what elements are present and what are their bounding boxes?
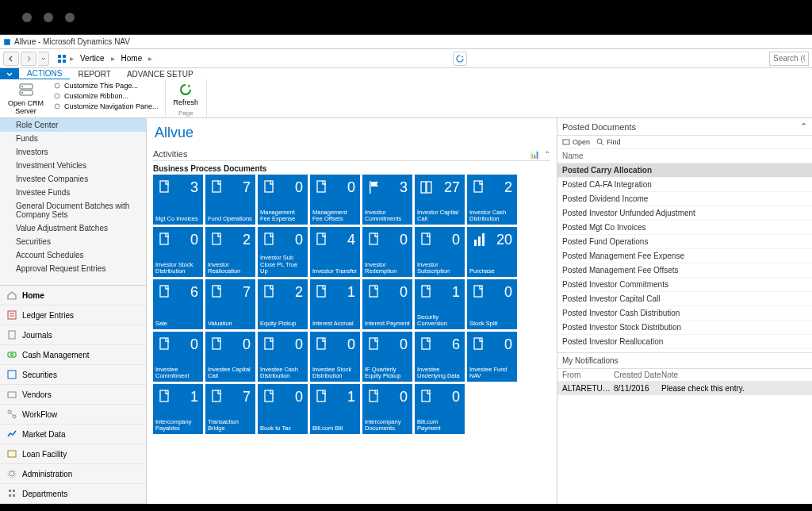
sidebar-nav-journals[interactable]: Journals	[0, 325, 146, 345]
tile-investor-subscription[interactable]: 0Investor Subscription	[415, 227, 465, 277]
posted-doc-row[interactable]: Posted Investor Commitments	[557, 278, 812, 292]
tile-investor-transfer[interactable]: 4Investor Transfer	[310, 227, 360, 277]
collapse-icon[interactable]: ⌃	[544, 150, 550, 159]
tile-interest-payment[interactable]: 0Interest Payment	[362, 279, 412, 329]
posted-doc-row[interactable]: Posted Dividend Income	[557, 192, 812, 206]
tile-investee-stock-distribution[interactable]: 0Investee Stock Distribution	[310, 332, 360, 382]
posted-doc-row[interactable]: Posted Investor Capital Call	[557, 292, 812, 306]
notification-row[interactable]: ALTARETURN\MV... 8/11/2016 Please check …	[557, 382, 812, 395]
posted-doc-row[interactable]: Posted Investor Cash Distribution	[557, 306, 812, 321]
posted-doc-row[interactable]: Posted Carry Allocation	[557, 163, 812, 178]
tile-investor-sub-close-pl-true-up[interactable]: 0Investor Sub Close PL True Up	[258, 227, 308, 277]
tile-valuation[interactable]: 7Valuation	[205, 279, 255, 329]
sidebar-item[interactable]: Funds	[0, 132, 146, 145]
sidebar-nav-cash-management[interactable]: Cash Management	[0, 345, 146, 365]
sidebar-nav-home[interactable]: Home	[0, 286, 146, 305]
tile-investor-commitments[interactable]: 3Investor Commitments	[362, 175, 412, 225]
tile-investor-redemption[interactable]: 0Investor Redemption	[362, 227, 412, 277]
sidebar-item[interactable]: Investors	[0, 145, 146, 159]
posted-doc-row[interactable]: Posted Investor Reallocation	[557, 335, 812, 349]
sidebar-item[interactable]: Value Adjustment Batches	[0, 221, 146, 235]
find-button[interactable]: Find	[596, 138, 621, 146]
doc-icon	[210, 389, 224, 406]
tile-investee-capital-call[interactable]: 0Investee Capital Call	[205, 332, 255, 382]
tab-advance-setup[interactable]: ADVANCE SETUP	[119, 68, 201, 79]
posted-doc-row[interactable]: Posted Management Fee Expense	[557, 249, 812, 263]
sidebar-item[interactable]: Role Center	[0, 118, 146, 132]
sidebar-item[interactable]: Investee Companies	[0, 172, 146, 186]
sidebar-nav-administration[interactable]: Administration	[0, 464, 146, 484]
tile-intercompany-documents[interactable]: 0Intercompany Documents	[362, 384, 412, 434]
tile-book-to-tax[interactable]: 0Book to Tax	[258, 384, 308, 434]
sidebar-item[interactable]: Account Schedules	[0, 248, 146, 262]
macos-dot[interactable]	[65, 13, 75, 22]
posted-docs-list[interactable]: Posted Carry AllocationPosted CA-FA Inte…	[557, 163, 812, 352]
macos-dot[interactable]	[44, 13, 53, 22]
find-icon	[596, 138, 604, 146]
sidebar-item[interactable]: Securities	[0, 235, 146, 248]
tile-if-quarterly-equity-pickup[interactable]: 0IF Quarterly Equity Pickup	[362, 332, 412, 382]
sidebar-item[interactable]: General Document Batches with Company Se…	[0, 199, 146, 221]
collapse-icon[interactable]: ⌃	[800, 121, 807, 132]
macos-dot[interactable]	[22, 13, 32, 22]
tile-investor-stock-distribution[interactable]: 0Investor Stock Distribution	[153, 227, 203, 277]
sidebar-nav-ledger-entries[interactable]: Ledger Entries	[0, 305, 146, 325]
posted-doc-row[interactable]: Posted Investor Unfunded Adjustment	[557, 206, 812, 221]
breadcrumb-home[interactable]: Home	[118, 52, 146, 64]
tile-investee-cash-distribution[interactable]: 0Investee Cash Distribution	[258, 332, 308, 382]
breadcrumb-vertice[interactable]: Vertice	[77, 52, 108, 64]
back-button[interactable]	[3, 52, 19, 66]
sidebar-nav-departments[interactable]: Departments	[0, 484, 146, 504]
file-tab[interactable]	[0, 68, 19, 79]
tile-mgt-co-invoices[interactable]: 3Mgt Co Invoices	[153, 175, 203, 225]
tile-purchase[interactable]: 20Purchase	[467, 227, 517, 277]
tile-equity-pickup[interactable]: 2Equity Pickup	[258, 279, 308, 329]
tile-sale[interactable]: 6Sale	[153, 279, 203, 329]
sidebar-item[interactable]: Investment Vehicles	[0, 159, 146, 172]
tile-bill-com-payment[interactable]: 0Bill.com Payment	[415, 384, 465, 434]
tile-bill-com-bill[interactable]: 1Bill.com Bill	[310, 384, 360, 434]
tile-fund-operations[interactable]: 7Fund Operations	[205, 175, 255, 225]
svg-rect-2	[63, 55, 66, 58]
tab-report[interactable]: REPORT	[70, 68, 119, 79]
market-icon	[6, 428, 17, 440]
posted-doc-row[interactable]: Posted Investor Stock Distribution	[557, 321, 812, 335]
grid-icon[interactable]	[57, 54, 67, 63]
open-button[interactable]: Open	[562, 138, 590, 146]
sidebar-item[interactable]: Approval Request Entries	[0, 262, 146, 275]
sidebar-nav-market-data[interactable]: Market Data	[0, 425, 146, 444]
sidebar-nav-securities[interactable]: Securities	[0, 365, 146, 385]
history-dropdown[interactable]	[38, 52, 49, 66]
customize-this-page[interactable]: Customize This Page...	[52, 81, 160, 90]
posted-doc-row[interactable]: Posted CA-FA Integration	[557, 178, 812, 192]
tile-management-fee-offsets[interactable]: 0Management Fee Offsets	[310, 175, 360, 225]
tile-investee-commitment[interactable]: 0Investee Commitment	[153, 332, 203, 382]
forward-button[interactable]	[21, 52, 36, 66]
tile-transaction-bridge[interactable]: 7Transaction Bridge	[205, 384, 255, 434]
tile-interest-accrual[interactable]: 1Interest Accrual	[310, 279, 360, 329]
sidebar-nav-workflow[interactable]: WorkFlow	[0, 405, 146, 425]
tile-investor-capital-call[interactable]: 27Investor Capital Call	[415, 175, 465, 225]
posted-doc-row[interactable]: Posted Management Fee Offsets	[557, 263, 812, 278]
tile-intercompany-payables[interactable]: 1Intercompany Payables	[153, 384, 203, 434]
customize-ribbon[interactable]: Customize Ribbon...	[52, 91, 160, 101]
tab-actions[interactable]: ACTIONS	[19, 68, 70, 79]
posted-doc-row[interactable]: Posted Fund Operations	[557, 235, 812, 249]
tile-investee-fund-nav[interactable]: 0Investee Fund NAV	[467, 332, 517, 382]
customize-nav-pane[interactable]: Customize Navigation Pane...	[52, 102, 160, 111]
sidebar-nav-vendors[interactable]: Vendors	[0, 385, 146, 405]
sidebar-item[interactable]: Investee Funds	[0, 186, 146, 199]
open-crm-button[interactable]: Open CRM Server	[5, 81, 47, 117]
search-input[interactable]	[769, 52, 809, 66]
chart-icon[interactable]: 📊	[530, 150, 539, 159]
tile-stock-split[interactable]: 0Stock Split	[467, 279, 517, 329]
refresh-button[interactable]	[453, 52, 467, 66]
tile-investor-cash-distribution[interactable]: 2Investor Cash Distribution	[467, 175, 517, 225]
refresh-button[interactable]: Refresh	[170, 81, 202, 108]
sidebar-nav-loan-facility[interactable]: Loan Facility	[0, 444, 146, 464]
tile-security-conversion[interactable]: 1Security Conversion	[415, 279, 465, 329]
tile-investor-reallocation[interactable]: 2Investor Reallocation	[205, 227, 255, 277]
tile-management-fee-expense[interactable]: 0Management Fee Expense	[258, 175, 308, 225]
posted-doc-row[interactable]: Posted Mgt Co Invoices	[557, 221, 812, 235]
tile-investee-underlying-data[interactable]: 6Investee Underlying Data	[415, 332, 465, 382]
